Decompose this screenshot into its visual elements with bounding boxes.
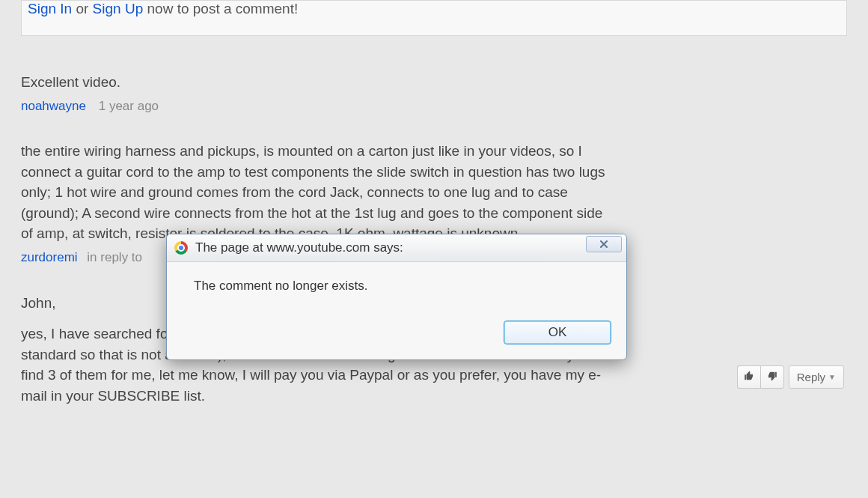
signin-prompt-box: Sign In or Sign Up now to post a comment… (21, 0, 847, 36)
reply-button-label: Reply (797, 371, 825, 383)
alert-dialog: The page at www.youtube.com says: The co… (166, 234, 627, 360)
dialog-close-button[interactable] (586, 236, 622, 252)
comment-actions-bar: Reply ▼ (737, 365, 844, 389)
ok-button[interactable]: OK (504, 321, 611, 344)
dialog-title: The page at www.youtube.com says: (195, 240, 403, 255)
signin-rest: now to post a comment! (143, 1, 298, 16)
comment-author-link[interactable]: noahwayne (21, 99, 86, 113)
comment-text: the entire wiring harness and pickups, i… (21, 141, 612, 244)
sign-up-link[interactable]: Sign Up (93, 1, 144, 16)
comment-text: Excellent video. (21, 72, 847, 93)
in-reply-to-label: in reply to (87, 250, 142, 264)
chevron-down-icon: ▼ (828, 373, 836, 381)
sign-in-link[interactable]: Sign In (28, 1, 72, 16)
comment-meta: noahwayne 1 year ago (21, 97, 847, 116)
thumbs-up-button[interactable] (737, 365, 760, 389)
thumbs-down-button[interactable] (760, 365, 784, 389)
dialog-footer: OK (167, 313, 626, 359)
comment-timestamp: 1 year ago (99, 99, 159, 113)
thumbs-down-icon (767, 371, 777, 383)
dialog-message: The comment no longer exists. (167, 262, 626, 313)
thumbs-up-icon (744, 371, 754, 383)
comment: Excellent video. noahwayne 1 year ago (21, 72, 847, 115)
signin-sep: or (72, 1, 92, 16)
comment-author-link[interactable]: zurdoremi (21, 250, 78, 264)
reply-button[interactable]: Reply ▼ (789, 365, 844, 389)
dialog-titlebar: The page at www.youtube.com says: (167, 234, 626, 262)
chrome-icon (174, 241, 188, 255)
close-icon (599, 240, 609, 249)
vote-buttons (737, 365, 784, 389)
